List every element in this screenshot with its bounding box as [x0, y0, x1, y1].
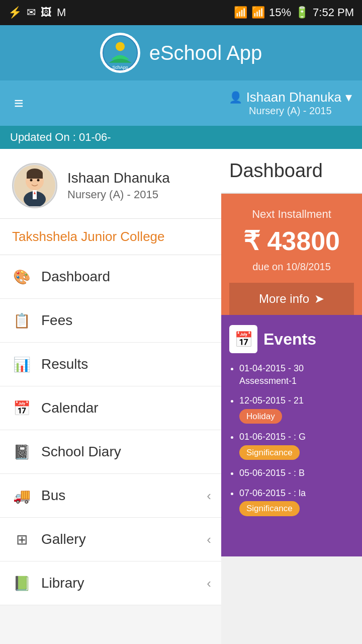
svg-point-7 — [30, 179, 33, 182]
update-banner: Updated On : 01-06- — [0, 126, 362, 149]
sidebar-item-label: School Diary — [41, 444, 121, 460]
chevron-right-icon: ‹ — [207, 576, 211, 591]
sidebar-item-library[interactable]: 📗 Library ‹ — [0, 561, 221, 605]
main-layout: Ishaan Dhanuka Nursery (A) - 2015 Takshs… — [0, 149, 362, 644]
sidebar-item-label: Fees — [41, 312, 72, 329]
fee-card: Next Installment ₹ 43800 due on 10/8/201… — [221, 194, 362, 315]
dashboard-icon: 🎨 — [12, 267, 31, 286]
app-logo: SchApp — [100, 33, 140, 73]
calendar-icon: 📅 — [229, 325, 257, 353]
holiday-badge: Holiday — [239, 409, 282, 424]
profile-name: Ishaan Dhanuka — [67, 170, 170, 186]
bus-icon: 🚚 — [12, 486, 31, 505]
svg-text:SchApp: SchApp — [112, 65, 128, 70]
sidebar-item-results[interactable]: 📊 Results — [0, 343, 221, 386]
events-title: Events — [263, 330, 316, 349]
event-item: 05-06-2015 - : B — [239, 467, 354, 479]
event-item: 12-05-2015 - 21 Holiday — [239, 394, 354, 424]
dropdown-icon: ▾ — [345, 90, 352, 105]
fee-due: due on 10/8/2015 — [229, 261, 354, 273]
chevron-right-icon: ‹ — [207, 488, 211, 504]
nav-menu: 🎨 Dashboard 📋 Fees 📊 Results 📅 Calendar … — [0, 255, 221, 605]
user-avatar-icon: 👤 — [229, 91, 242, 104]
status-left-icons: ⚡ ✉ 🖼 M — [8, 6, 66, 19]
diary-icon: 📓 — [12, 442, 31, 461]
library-icon: 📗 — [12, 574, 31, 593]
svg-point-1 — [116, 42, 125, 51]
usb-icon: ⚡ — [8, 6, 22, 19]
sidebar-item-label: Gallery — [41, 531, 86, 547]
sidebar-item-label: Results — [41, 356, 88, 372]
event-item: 01-04-2015 - 30 Assessment-1 — [239, 362, 354, 387]
sidebar-item-calendar[interactable]: 📅 Calendar — [0, 386, 221, 430]
image-icon: 🖼 — [41, 6, 52, 19]
battery-level: 15% — [269, 6, 291, 19]
sidebar-item-dashboard[interactable]: 🎨 Dashboard — [0, 255, 221, 299]
app-title: eSchool App — [149, 42, 262, 64]
event-list: 01-04-2015 - 30 Assessment-1 12-05-2015 … — [229, 362, 354, 516]
profile-class: Nursery (A) - 2015 — [67, 188, 170, 201]
profile-section: Ishaan Dhanuka Nursery (A) - 2015 — [0, 149, 221, 219]
chevron-right-icon: ‹ — [207, 532, 211, 547]
sidebar-item-label: Bus — [41, 488, 65, 504]
events-card: 📅 Events 01-04-2015 - 30 Assessment-1 12… — [221, 315, 362, 556]
user-class-display: Nursery (A) - 2015 — [229, 105, 352, 117]
sidebar-item-bus[interactable]: 🚚 Bus ‹ — [0, 474, 221, 518]
sidebar-item-label: Calendar — [41, 400, 99, 416]
sidebar-item-label: Dashboard — [41, 269, 110, 285]
hamburger-menu[interactable]: ≡ — [10, 91, 28, 115]
battery-icon: 🔋 — [295, 6, 309, 19]
email-icon: ✉ — [27, 6, 36, 19]
event-item: 01-06-2015 - : G Significance — [239, 431, 354, 460]
calendar-nav-icon: 📅 — [12, 398, 31, 418]
status-right-info: 📶 📶 15% 🔋 7:52 PM — [234, 6, 354, 19]
clock: 7:52 PM — [313, 6, 354, 19]
sidebar-item-school-diary[interactable]: 📓 School Diary — [0, 430, 221, 474]
svg-point-8 — [37, 179, 40, 182]
right-panel: Dashboard Next Installment ₹ 43800 due o… — [221, 149, 362, 644]
app-header: SchApp eSchool App — [0, 25, 362, 80]
user-name-display: 👤 Ishaan Dhanuka ▾ — [229, 90, 352, 105]
events-header: 📅 Events — [229, 325, 354, 353]
sidebar: Ishaan Dhanuka Nursery (A) - 2015 Takshs… — [0, 149, 221, 644]
sidebar-item-label: Library — [41, 575, 84, 591]
avatar — [12, 163, 57, 208]
wifi-icon: 📶 — [234, 6, 247, 19]
fee-label: Next Installment — [229, 208, 354, 221]
event-item: 07-06-2015 - : la Significance — [239, 487, 354, 516]
svg-rect-6 — [27, 174, 43, 179]
fee-amount: ₹ 43800 — [229, 226, 354, 256]
status-bar: ⚡ ✉ 🖼 M 📶 📶 15% 🔋 7:52 PM — [0, 0, 362, 25]
gmail-icon: M — [57, 6, 66, 19]
significance-badge: Significance — [239, 501, 300, 516]
results-icon: 📊 — [12, 355, 31, 374]
signal-icon: 📶 — [251, 6, 265, 19]
sidebar-item-fees[interactable]: 📋 Fees — [0, 299, 221, 343]
arrow-right-icon: ➤ — [314, 292, 324, 306]
profile-text: Ishaan Dhanuka Nursery (A) - 2015 — [67, 170, 170, 201]
sub-header: ≡ 👤 Ishaan Dhanuka ▾ Nursery (A) - 2015 — [0, 80, 362, 126]
sidebar-item-gallery[interactable]: ⊞ Gallery ‹ — [0, 518, 221, 561]
significance-badge: Significance — [239, 445, 300, 460]
gallery-icon: ⊞ — [12, 530, 31, 549]
more-info-button[interactable]: More info ➤ — [229, 283, 354, 315]
dashboard-title: Dashboard — [221, 149, 362, 194]
school-name: Takshshela Junior College — [0, 219, 221, 255]
fees-icon: 📋 — [12, 311, 31, 330]
user-info[interactable]: 👤 Ishaan Dhanuka ▾ Nursery (A) - 2015 — [229, 90, 352, 117]
